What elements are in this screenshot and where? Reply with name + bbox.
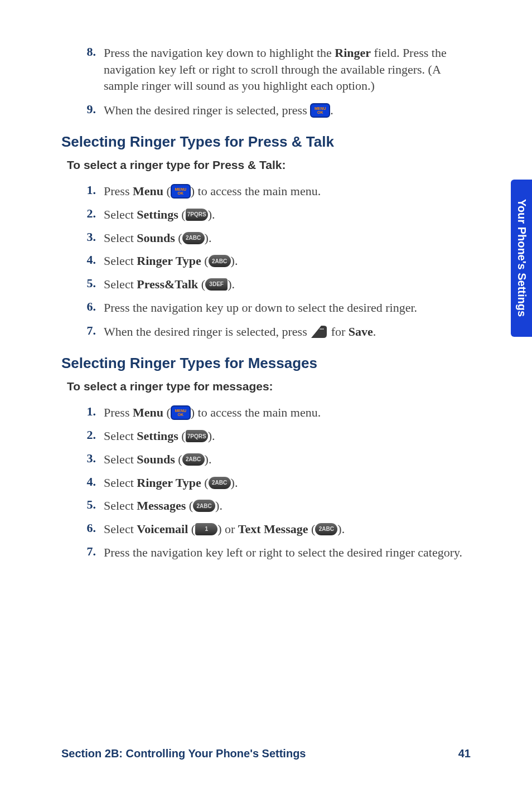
subsection-heading-press-talk: Selecting Ringer Types for Press & Talk [61,133,471,151]
step-6: 6. Select Voicemail (1) or Text Message … [74,521,471,538]
step-3: 3. Select Sounds (2ABC). [74,451,471,468]
step-9: 9. When the desired ringer is selected, … [74,102,471,119]
step-1: 1. Press Menu (MENUOK) to access the mai… [74,183,471,200]
key-2-icon: 2ABC [193,500,215,512]
step-text: Press the navigation key left or right t… [104,544,471,561]
svg-text:•••: ••• [320,327,325,331]
menu-ok-key-icon: MENUOK [171,405,191,420]
step-number: 5. [74,276,96,291]
step-number: 9. [74,102,96,117]
page-content: 8. Press the navigation key down to high… [0,0,532,560]
step-text: Select Press&Talk (3DEF). [104,276,471,293]
step-text: Select Settings (7PQRS). [104,428,471,444]
step-text: When the desired ringer is selected, pre… [104,323,471,340]
step-number: 3. [74,451,96,466]
step-2: 2. Select Settings (7PQRS). [74,206,471,223]
lead-text: To select a ringer type for messages: [67,380,471,393]
step-number: 4. [74,475,96,489]
step-text: Select Voicemail (1) or Text Message (2A… [104,521,471,538]
step-number: 8. [74,45,96,59]
step-number: 1. [74,183,96,197]
step-number: 6. [74,299,96,314]
continued-steps: 8. Press the navigation key down to high… [74,45,471,119]
key-7-icon: 7PQRS [186,430,208,442]
step-text: Press Menu (MENUOK) to access the main m… [104,404,471,421]
step-number: 6. [74,521,96,535]
key-1-icon: 1 [195,523,217,535]
step-text: Select Messages (2ABC). [104,497,471,514]
step-number: 5. [74,497,96,512]
step-2: 2. Select Settings (7PQRS). [74,428,471,444]
side-tab-label: Your Phone's Settings [515,199,528,317]
step-number: 7. [74,323,96,338]
step-text: When the desired ringer is selected, pre… [104,102,471,119]
step-number: 2. [74,206,96,221]
step-text: Select Ringer Type (2ABC). [104,475,471,491]
key-2-icon: 2ABC [209,255,231,267]
step-5: 5. Select Messages (2ABC). [74,497,471,514]
step-7: 7. When the desired ringer is selected, … [74,323,471,340]
footer-section-title: Section 2B: Controlling Your Phone's Set… [61,747,306,760]
step-5: 5. Select Press&Talk (3DEF). [74,276,471,293]
step-4: 4. Select Ringer Type (2ABC). [74,253,471,269]
step-text: Select Settings (7PQRS). [104,206,471,223]
step-6: 6. Press the navigation key up or down t… [74,299,471,316]
key-7-icon: 7PQRS [186,209,208,221]
step-number: 4. [74,253,96,267]
right-soft-key-icon: ••• [310,325,328,339]
page-footer: Section 2B: Controlling Your Phone's Set… [61,747,471,760]
step-3: 3. Select Sounds (2ABC). [74,230,471,246]
steps-press-talk: 1. Press Menu (MENUOK) to access the mai… [74,183,471,340]
menu-ok-key-icon: MENUOK [171,184,191,199]
step-number: 2. [74,428,96,442]
step-text: Select Sounds (2ABC). [104,230,471,246]
step-text: Press the navigation key up or down to s… [104,299,471,316]
key-2-icon: 2ABC [315,523,337,535]
key-2-icon: 2ABC [182,232,205,244]
lead-text: To select a ringer type for Press & Talk… [67,158,471,172]
side-tab: Your Phone's Settings [511,180,532,337]
step-text: Press Menu (MENUOK) to access the main m… [104,183,471,200]
step-number: 1. [74,404,96,419]
subsection-heading-messages: Selecting Ringer Types for Messages [61,355,471,372]
page-number: 41 [458,747,471,760]
steps-messages: 1. Press Menu (MENUOK) to access the mai… [74,404,471,560]
step-text: Select Sounds (2ABC). [104,451,471,468]
key-2-icon: 2ABC [209,477,231,489]
step-text: Press the navigation key down to highlig… [104,45,471,94]
step-number: 3. [74,230,96,244]
key-3-icon: 3DEF [205,278,228,291]
key-2-icon: 2ABC [182,453,205,466]
step-1: 1. Press Menu (MENUOK) to access the mai… [74,404,471,421]
step-number: 7. [74,544,96,559]
menu-ok-key-icon: MENUOK [310,103,330,118]
step-7: 7. Press the navigation key left or righ… [74,544,471,561]
step-text: Select Ringer Type (2ABC). [104,253,471,269]
step-4: 4. Select Ringer Type (2ABC). [74,475,471,491]
step-8: 8. Press the navigation key down to high… [74,45,471,94]
